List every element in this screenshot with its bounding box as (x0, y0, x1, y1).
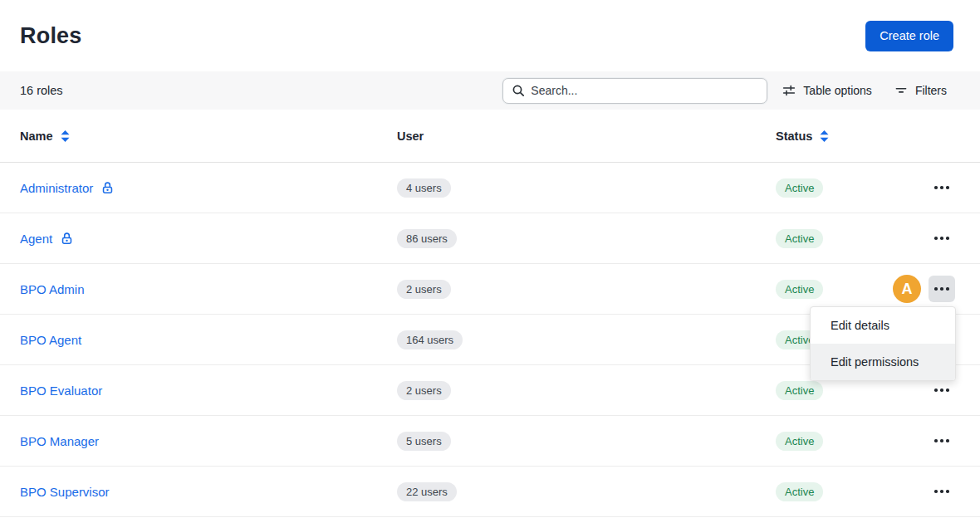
user-count-cell: 164 users (397, 330, 776, 349)
user-count-badge: 86 users (397, 229, 457, 248)
column-label-name: Name (20, 130, 53, 143)
user-count-badge: 5 users (397, 432, 451, 451)
menu-item-edit-permissions[interactable]: Edit permissions (811, 344, 955, 380)
status-badge: Active (776, 229, 823, 248)
status-badge: Active (776, 482, 823, 501)
user-count-badge: 22 users (397, 482, 457, 501)
status-cell: Active (776, 229, 855, 248)
actions-cell (855, 428, 980, 454)
ellipsis-icon (934, 287, 949, 291)
status-cell: Active (776, 280, 855, 299)
table-options-button[interactable]: Table options (782, 83, 872, 98)
page-header: Roles Create role (0, 0, 980, 71)
user-count-cell: 2 users (397, 280, 776, 299)
role-link-bpo-admin[interactable]: BPO Admin (20, 282, 85, 296)
column-header-name[interactable]: Name (0, 130, 397, 143)
search-box[interactable] (502, 78, 767, 104)
role-link-bpo-supervisor[interactable]: BPO Supervisor (20, 485, 110, 499)
table-header-row: Name User Status (0, 110, 980, 163)
roles-count: 16 roles (20, 84, 63, 97)
page-title: Roles (20, 23, 82, 49)
role-link-bpo-manager[interactable]: BPO Manager (20, 434, 99, 448)
user-count-badge: 4 users (397, 178, 451, 198)
user-count-cell: 86 users (397, 229, 776, 248)
actions-cell (855, 174, 980, 201)
column-label-status: Status (776, 130, 812, 143)
role-name-cell: Agent (0, 232, 397, 246)
status-badge: Active (776, 432, 823, 451)
table-options-icon (782, 83, 796, 98)
status-cell: Active (776, 432, 855, 451)
ellipsis-icon (934, 237, 949, 240)
column-header-user: User (397, 130, 776, 143)
role-name-cell: BPO Manager (0, 434, 397, 448)
search-icon (512, 84, 525, 97)
filter-icon (894, 83, 909, 98)
row-menu-button-open[interactable] (929, 276, 955, 302)
status-badge: Active (776, 381, 823, 400)
role-name-cell: BPO Agent (0, 333, 397, 347)
user-count-cell: 2 users (397, 381, 776, 400)
ellipsis-icon (934, 186, 949, 189)
filters-button[interactable]: Filters (894, 83, 947, 98)
status-cell: Active (776, 178, 855, 198)
row-context-menu: Edit details Edit permissions (810, 306, 956, 381)
lock-icon (100, 181, 115, 195)
user-count-badge: 2 users (397, 381, 451, 400)
menu-item-edit-details[interactable]: Edit details (811, 307, 955, 344)
annotation-marker-a: A (893, 275, 921, 303)
roles-page: Roles Create role 16 roles (0, 0, 980, 518)
ellipsis-icon (934, 388, 949, 392)
sort-icon-status[interactable] (820, 130, 829, 142)
row-menu-button[interactable] (929, 478, 955, 505)
user-count-cell: 4 users (397, 178, 776, 198)
actions-cell (855, 225, 980, 252)
row-menu-button[interactable] (929, 428, 955, 454)
status-cell: Active (776, 381, 855, 400)
table-row: BPO Supervisor 22 users Active (0, 467, 980, 517)
row-menu-button[interactable] (929, 225, 955, 252)
column-header-status[interactable]: Status (776, 130, 855, 143)
user-count-cell: 22 users (397, 482, 776, 501)
actions-cell (855, 478, 980, 505)
user-count-cell: 5 users (397, 432, 776, 451)
sort-icon-name[interactable] (61, 130, 70, 142)
search-input[interactable] (531, 84, 758, 97)
role-link-agent[interactable]: Agent (20, 232, 52, 246)
table-options-label: Table options (803, 84, 872, 97)
status-badge: Active (776, 178, 823, 198)
table-row: Administrator 4 users Active (0, 163, 980, 213)
lock-icon (60, 232, 74, 246)
table-row: BPO Manager 5 users Active (0, 416, 980, 467)
role-link-bpo-agent[interactable]: BPO Agent (20, 333, 81, 347)
user-count-badge: 164 users (397, 330, 463, 349)
filters-label: Filters (915, 84, 947, 97)
row-menu-button[interactable] (929, 174, 955, 201)
role-link-administrator[interactable]: Administrator (20, 181, 93, 195)
ellipsis-icon (934, 439, 949, 442)
table-row: Agent 86 users Active (0, 213, 980, 264)
role-name-cell: BPO Admin (0, 282, 397, 296)
role-link-bpo-evaluator[interactable]: BPO Evaluator (20, 384, 102, 398)
role-name-cell: BPO Supervisor (0, 485, 397, 499)
actions-cell: A (855, 275, 980, 303)
status-cell: Active (776, 482, 855, 501)
role-name-cell: BPO Evaluator (0, 384, 397, 398)
status-badge: Active (776, 280, 823, 299)
create-role-button[interactable]: Create role (865, 21, 953, 51)
user-count-badge: 2 users (397, 280, 451, 299)
ellipsis-icon (934, 490, 949, 493)
table-toolbar: 16 roles Table options (0, 71, 980, 110)
role-name-cell: Administrator (0, 181, 397, 195)
column-label-user: User (397, 130, 424, 143)
